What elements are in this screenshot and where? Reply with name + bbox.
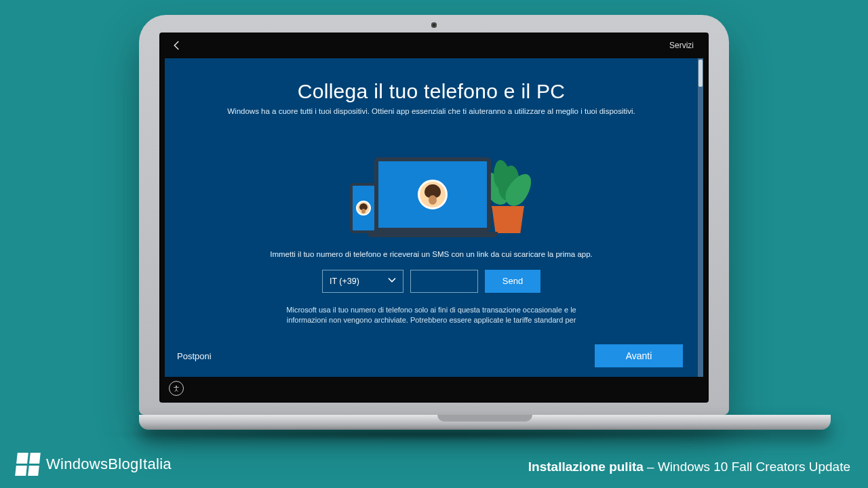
country-code-value: IT (+39) (330, 277, 359, 286)
webcam-icon (431, 22, 437, 28)
scrollbar-thumb[interactable] (698, 60, 703, 87)
laptop-hinge (139, 415, 831, 430)
windows-logo-icon (15, 453, 41, 476)
next-button[interactable]: Avanti (595, 344, 683, 367)
laptop-lid: Servizi Collega il tuo telefono e il PC … (139, 15, 729, 415)
phone-illustration-icon (350, 183, 377, 233)
plant-leaves-icon (487, 156, 525, 207)
instruction-text: Immetti il tuo numero di telefono e rice… (270, 249, 593, 260)
accessibility-icon[interactable] (169, 381, 184, 396)
chevron-down-icon (388, 276, 396, 286)
svg-point-0 (176, 386, 177, 387)
link-phone-illustration (336, 136, 526, 237)
page-title: Collega il tuo telefono e il PC (298, 80, 566, 103)
oobe-footer: Postponi Avanti (177, 344, 683, 367)
shadow (95, 428, 773, 441)
laptop-mockup: Servizi Collega il tuo telefono e il PC … (139, 15, 729, 430)
country-code-select[interactable]: IT (+39) (322, 270, 403, 293)
disclaimer-text: Microsoft usa il tuo numero di telefono … (275, 305, 587, 327)
plant-pot-icon (490, 206, 526, 233)
laptop-illustration-icon (374, 157, 491, 237)
oobe-panel: Collega il tuo telefono e il PC Windows … (165, 58, 703, 377)
page-subtitle: Windows ha a cuore tutti i tuoi disposit… (227, 107, 635, 115)
back-arrow-icon[interactable] (170, 39, 184, 52)
services-link[interactable]: Servizi (669, 41, 698, 50)
site-name: WindowsBlogItalia (46, 455, 172, 473)
screen: Servizi Collega il tuo telefono e il PC … (161, 34, 707, 401)
site-branding: WindowsBlogItalia (16, 453, 172, 476)
send-button[interactable]: Send (485, 270, 540, 293)
phone-number-input[interactable] (410, 270, 478, 293)
oobe-topbar: Servizi (161, 34, 707, 57)
image-caption: Installazione pulita – Windows 10 Fall C… (528, 460, 850, 474)
avatar-icon (418, 180, 448, 209)
avatar-icon (356, 201, 371, 216)
scrollbar[interactable] (698, 58, 703, 377)
screen-bezel: Servizi Collega il tuo telefono e il PC … (159, 33, 709, 403)
postpone-link[interactable]: Postponi (177, 351, 212, 361)
phone-input-row: IT (+39) Send (322, 270, 540, 293)
